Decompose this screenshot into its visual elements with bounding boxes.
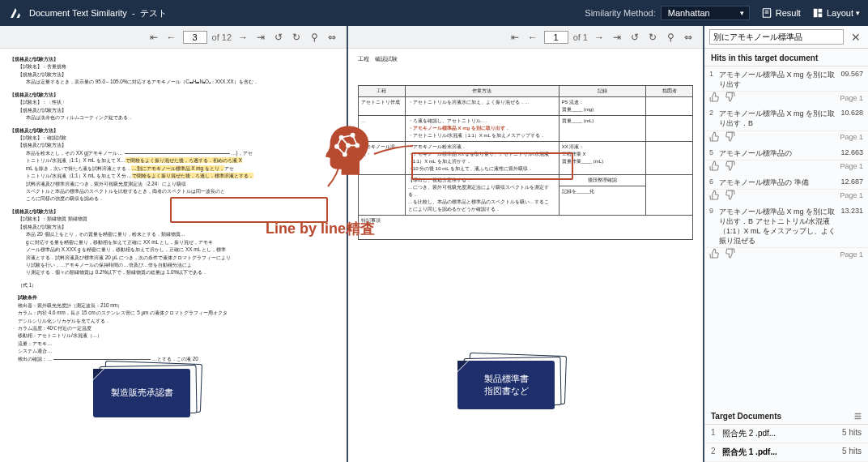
page-prev-icon[interactable]: ← xyxy=(526,32,539,43)
doc-heading: 工程 確認試験 xyxy=(358,55,693,64)
redacted-line xyxy=(125,153,230,154)
targets-section-title: Target Documents ☰ xyxy=(704,407,868,425)
hit-row[interactable]: 6 アモキノール標準品の 準備 12.687 xyxy=(704,174,868,190)
svg-rect-3 xyxy=(814,9,818,18)
table-row: 【導出し、後処分定性する． …につき、紫外可視吸光度測定法により吸収スペクトルを… xyxy=(359,174,693,215)
table-row: 特記事項 xyxy=(359,215,693,239)
highlight-box-target xyxy=(411,152,573,180)
chevron-down-icon: ▾ xyxy=(856,9,860,17)
hits-section-title: Hits in this target document xyxy=(704,49,868,66)
target-document-pane: ⇤ ← of 1 → ⇥ ↺ ↻ ⚲ ⇔ 工程 確認試験 工程 作業方法 記録 … xyxy=(348,26,704,462)
search-input[interactable] xyxy=(709,29,844,45)
source-document-body[interactable]: 【規格及び試験方法】 【試験名】：含量規格 【規格及び試験方法】 本品は定量する… xyxy=(0,49,347,462)
thumbs-down-icon[interactable] xyxy=(725,248,735,260)
thumbs-down-icon[interactable] xyxy=(725,131,735,143)
fit-icon[interactable]: ⇔ xyxy=(682,32,695,43)
rotate-left-icon[interactable]: ↺ xyxy=(272,32,285,43)
result-button[interactable]: Result xyxy=(761,7,801,19)
list-icon[interactable]: ☰ xyxy=(854,412,862,421)
source-toolbar: ⇤ ← of 12 → ⇥ ↺ ↻ ⚲ ⇔ xyxy=(0,26,347,49)
page-last-icon[interactable]: ⇥ xyxy=(254,32,267,43)
target-row[interactable]: 2照合先 1 .pdf...5 hits xyxy=(704,443,868,462)
app-title: Document Text Similarity - テスト xyxy=(29,7,167,19)
side-search-row: ✕ xyxy=(704,26,868,49)
thumbs-down-icon[interactable] xyxy=(725,92,735,104)
thumbs-down-icon[interactable] xyxy=(725,190,735,202)
hit-row[interactable]: 1 アモキノール標準品 X mg を別に取り出す 09.567 xyxy=(704,66,868,92)
zoom-icon[interactable]: ⚲ xyxy=(664,32,677,43)
target-document-body[interactable]: 工程 確認試験 工程 作業方法 記録 指図者 アセトニトリ作成 ・アセトニトリル… xyxy=(348,49,703,462)
similarity-method-label: Similarity Method: xyxy=(585,8,655,18)
chevron-down-icon: ▾ xyxy=(740,9,744,17)
hit-row[interactable]: 2 アモキノール標準品 X mg を別に取り出す．B 10.628 xyxy=(704,105,868,130)
thumbs-down-icon[interactable] xyxy=(725,160,735,173)
main-split: ⇤ ← of 12 → ⇥ ↺ ↻ ⚲ ⇔ 【規格及び試験方法】 【試験名】：含… xyxy=(0,26,868,462)
redacted-line xyxy=(53,359,151,360)
hit-row[interactable]: 9 アモキノール標準品 X mg を別に取り出す．B アセトニトリル/水混液（1… xyxy=(704,203,868,249)
app-header: Document Text Similarity - テスト Similarit… xyxy=(0,0,868,26)
target-toolbar: ⇤ ← of 1 → ⇥ ↺ ↻ ⚲ ⇔ xyxy=(348,26,703,49)
thumbs-up-icon[interactable] xyxy=(709,160,720,173)
fit-icon[interactable]: ⇔ xyxy=(326,32,338,43)
svg-rect-4 xyxy=(818,9,822,13)
rotate-left-icon[interactable]: ↺ xyxy=(628,32,641,43)
targets-list: 1照合先 2 .pdf...5 hits2照合先 1 .pdf...5 hits xyxy=(704,425,868,462)
close-icon[interactable]: ✕ xyxy=(849,31,863,44)
highlight-box-source xyxy=(170,197,328,223)
similarity-method-dropdown[interactable]: Manhattan▾ xyxy=(661,6,750,20)
page-first-icon[interactable]: ⇤ xyxy=(508,32,521,43)
app-logo-icon xyxy=(8,6,23,20)
page-total-label: of 1 xyxy=(573,32,588,42)
svg-rect-5 xyxy=(818,14,822,18)
page-total-label: of 12 xyxy=(212,32,232,42)
page-number-input[interactable] xyxy=(544,31,568,44)
thumbs-up-icon[interactable] xyxy=(709,190,720,202)
results-side-panel: ✕ Hits in this target document 1 アモキノール標… xyxy=(704,26,868,462)
page-next-icon[interactable]: → xyxy=(593,32,606,43)
hits-list: 1 アモキノール標準品 X mg を別に取り出す 09.567 Page 1 2… xyxy=(704,66,868,262)
source-document-pane: ⇤ ← of 12 → ⇥ ↺ ↻ ⚲ ⇔ 【規格及び試験方法】 【試験名】：含… xyxy=(0,26,348,462)
page-prev-icon[interactable]: ← xyxy=(165,32,178,43)
layout-button[interactable]: Layout ▾ xyxy=(812,7,860,19)
thumbs-up-icon[interactable] xyxy=(709,131,720,143)
page-last-icon[interactable]: ⇥ xyxy=(611,32,623,43)
thumbs-up-icon[interactable] xyxy=(709,248,720,260)
section-heading: 【規格及び試験方法】 xyxy=(10,55,337,62)
page-first-icon[interactable]: ⇤ xyxy=(147,32,160,43)
hit-row[interactable]: 5 アモキノール標準品の 12.663 xyxy=(704,145,868,160)
page-next-icon[interactable]: → xyxy=(236,32,249,43)
target-row[interactable]: 1照合先 2 .pdf...5 hits xyxy=(704,425,868,443)
rotate-right-icon[interactable]: ↻ xyxy=(646,32,659,43)
zoom-icon[interactable]: ⚲ xyxy=(308,32,321,43)
page-number-input[interactable] xyxy=(183,31,207,44)
table-row: … ・ろ液を確認し、アセトニトリル…. ・アモキノール標準品 X mg を別に取… xyxy=(359,115,693,141)
thumbs-up-icon[interactable] xyxy=(709,92,720,104)
table-row: アセトニトリ作成 ・アセトニトリルを溶液水に加え、よく振り混ぜる．… P5 流速… xyxy=(359,96,693,115)
rotate-right-icon[interactable]: ↻ xyxy=(290,32,303,43)
